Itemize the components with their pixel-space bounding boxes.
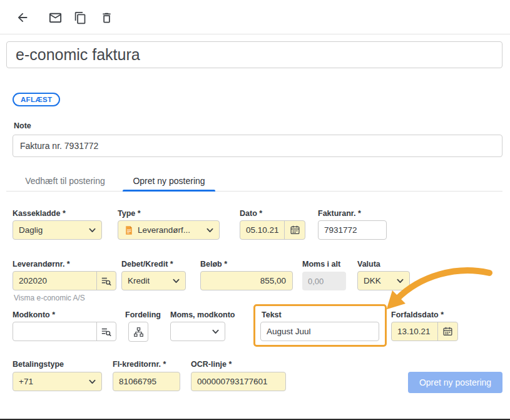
delete-button[interactable] — [96, 8, 116, 28]
mail-icon — [48, 11, 63, 25]
type-select[interactable]: Leverandørf... — [118, 220, 220, 240]
forfaldsdato-field-group — [391, 322, 458, 341]
tekst-label: Tekst — [262, 310, 282, 319]
copy-button[interactable] — [70, 8, 90, 28]
modkonto-input[interactable] — [13, 322, 96, 341]
dato-calendar-button[interactable] — [284, 220, 305, 240]
fordeling-button[interactable] — [128, 322, 148, 342]
moms-i-alt-value: 0,00 — [308, 277, 324, 286]
fordeling-label: Fordeling — [125, 310, 161, 319]
leverandor-helper-text: Visma e-conomic A/S — [14, 294, 85, 302]
tab-vedhaeft-til-postering[interactable]: Vedhæft til postering — [13, 170, 118, 191]
type-value: Leverandørf... — [138, 225, 190, 235]
active-tab-underline — [123, 190, 215, 192]
status-badge: AFLÆST — [13, 93, 60, 106]
valuta-select[interactable]: DKK — [357, 271, 410, 290]
chevron-down-icon — [212, 329, 219, 334]
tab-label: Vedhæft til postering — [25, 176, 105, 186]
betalingstype-label: Betalingstype — [13, 360, 64, 369]
kassekladde-select[interactable]: Daglig — [13, 220, 102, 240]
invoice-icon — [124, 225, 134, 235]
trash-icon — [100, 11, 113, 24]
forfaldsdato-calendar-button[interactable] — [437, 322, 457, 341]
leverandornr-input[interactable] — [13, 272, 96, 290]
calendar-icon — [442, 326, 453, 337]
lookup-icon — [101, 275, 112, 287]
dato-input[interactable] — [240, 221, 284, 239]
belob-field — [200, 271, 293, 290]
tab-label: Opret ny postering — [133, 176, 205, 186]
leverandornr-lookup-button[interactable] — [96, 271, 116, 290]
note-label: Note — [14, 121, 31, 130]
mail-button[interactable] — [45, 8, 65, 28]
ocr-linje-field — [191, 372, 286, 391]
betalingstype-select[interactable]: +71 — [13, 372, 102, 391]
fi-kreditornr-field — [113, 372, 180, 391]
back-icon — [16, 11, 29, 24]
kassekladde-label: Kassekladde * — [13, 209, 66, 218]
tekst-field — [260, 322, 379, 341]
copy-icon — [74, 11, 87, 24]
fi-kreditornr-label: FI-kreditornr. * — [113, 360, 166, 369]
chevron-down-icon — [173, 279, 180, 284]
document-title-input[interactable] — [6, 41, 502, 68]
leverandornr-field-group — [13, 271, 116, 290]
moms-i-alt-field: 0,00 — [302, 272, 346, 290]
leverandornr-label: Leverandørnr. * — [13, 260, 70, 269]
belob-input[interactable] — [201, 272, 292, 290]
ocr-linje-label: OCR-linje * — [191, 360, 232, 369]
tabs-divider — [6, 191, 502, 192]
moms-i-alt-label: Moms i alt — [302, 260, 340, 269]
chevron-down-icon — [89, 379, 96, 384]
debet-kredit-label: Debet/Kredit * — [121, 260, 173, 269]
betalingstype-value: +71 — [19, 377, 33, 386]
ocr-linje-input[interactable] — [191, 372, 285, 391]
moms-modkonto-select[interactable] — [170, 322, 225, 341]
fakturanr-label: Fakturanr. * — [318, 209, 361, 218]
chevron-down-icon — [89, 228, 96, 233]
back-button[interactable] — [13, 8, 33, 28]
note-input[interactable] — [13, 135, 502, 157]
fi-kreditornr-input[interactable] — [113, 372, 180, 391]
invoice-detail-page: AFLÆST Note Vedhæft til postering Opret … — [0, 0, 510, 420]
valuta-label: Valuta — [357, 260, 380, 269]
modkonto-lookup-button[interactable] — [96, 322, 116, 341]
forfaldsdato-label: Forfaldsdato * — [391, 310, 444, 319]
valuta-value: DKK — [364, 276, 381, 285]
tab-opret-ny-postering[interactable]: Opret ny postering — [123, 170, 215, 191]
belob-label: Beløb * — [200, 260, 227, 269]
fakturanr-input[interactable] — [319, 221, 386, 239]
toolbar-divider — [0, 34, 510, 34]
modkonto-field-group — [13, 322, 116, 341]
calendar-icon — [290, 225, 300, 235]
type-label: Type * — [118, 209, 141, 218]
opret-ny-postering-button[interactable]: Opret ny postering — [408, 372, 502, 393]
dato-label: Dato * — [240, 209, 262, 218]
moms-modkonto-label: Moms, modkonto — [170, 310, 235, 319]
forfaldsdato-input[interactable] — [392, 322, 437, 341]
fakturanr-field — [318, 220, 387, 240]
kassekladde-value: Daglig — [19, 225, 43, 235]
lookup-icon — [101, 326, 112, 337]
chevron-down-icon — [207, 228, 213, 233]
chevron-down-icon — [397, 279, 404, 284]
modkonto-label: Modkonto * — [13, 310, 55, 319]
distribution-icon — [133, 327, 144, 337]
debet-kredit-value: Kredit — [128, 276, 150, 285]
dato-field-group — [240, 220, 305, 240]
debet-kredit-select[interactable]: Kredit — [121, 271, 186, 290]
tekst-input[interactable] — [261, 322, 379, 341]
